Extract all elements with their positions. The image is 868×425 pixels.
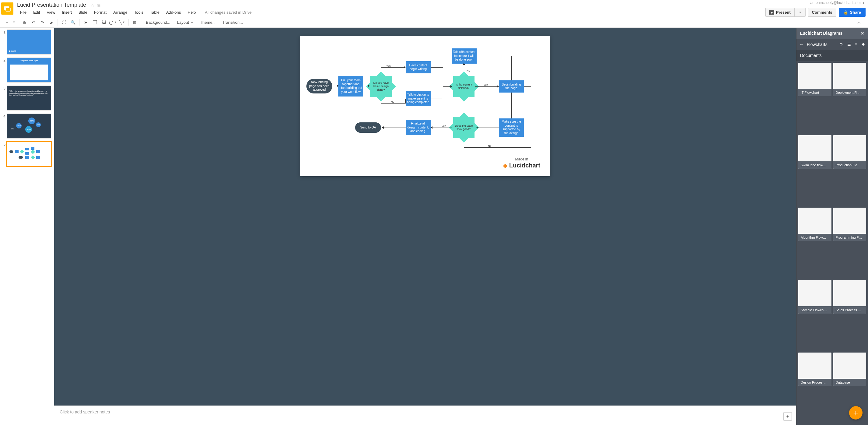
textbox-icon[interactable]: 🅃 bbox=[90, 18, 99, 27]
shape-icon[interactable]: ◯▼ bbox=[109, 18, 117, 27]
print-icon[interactable]: 🖶 bbox=[20, 18, 28, 27]
slide-number: 3 bbox=[1, 86, 5, 110]
lock-icon: 🔒 bbox=[843, 10, 848, 14]
background-button[interactable]: Background... bbox=[143, 20, 173, 25]
menu-table[interactable]: Table bbox=[147, 9, 163, 16]
svg-rect-1 bbox=[6, 8, 10, 11]
flowchart-process-node[interactable]: Pull your team together and start buildi… bbox=[338, 76, 363, 97]
close-icon[interactable]: ✕ bbox=[861, 31, 864, 36]
account-icon[interactable]: ● bbox=[862, 41, 865, 47]
back-arrow-icon[interactable]: ← bbox=[800, 42, 804, 47]
add-fab-button[interactable]: ＋ bbox=[849, 406, 863, 420]
filmstrip: 1 ◆ Lucid 2 Diagrams done right 3 "If I'… bbox=[0, 28, 54, 425]
doc-card[interactable]: Sales Process … bbox=[833, 280, 866, 314]
flowchart-process-node[interactable]: Make sure the content is supported by th… bbox=[499, 119, 524, 137]
flowchart-decision-node[interactable]: Do you have basic design done? bbox=[370, 76, 392, 97]
menu-bar: File Edit View Insert Slide Format Arran… bbox=[17, 9, 765, 16]
present-dropdown[interactable]: ▼ bbox=[794, 8, 805, 17]
doc-card[interactable]: Sample Flowch… bbox=[798, 280, 832, 314]
new-slide-button[interactable]: ＋ bbox=[2, 18, 11, 27]
redo-icon[interactable]: ↷ bbox=[38, 18, 46, 27]
slide-thumbnail-3[interactable]: "If I'm trying to recommend a solution, … bbox=[7, 86, 51, 110]
menu-arrange[interactable]: Arrange bbox=[110, 9, 130, 16]
toolbar: ＋ ▼ 🖶 ↶ ↷ 🖌 ⛶ 🔍 ➤ 🅃 🖼 ◯▼ ╲▼ ⊞ Background… bbox=[0, 17, 868, 28]
breadcrumb[interactable]: Flowcharts bbox=[807, 42, 828, 47]
edge-label-yes: Yes bbox=[385, 64, 391, 67]
menu-addons[interactable]: Add-ons bbox=[163, 9, 184, 16]
zoom-icon[interactable]: 🔍 bbox=[69, 18, 78, 27]
edge-label-yes: Yes bbox=[483, 84, 489, 87]
save-status: All changes saved in Drive bbox=[205, 10, 252, 14]
doc-title[interactable]: Lucid Presentation Template bbox=[17, 2, 86, 8]
present-button-group: ▶ Present ▼ bbox=[765, 8, 806, 17]
menu-file[interactable]: File bbox=[17, 9, 30, 16]
doc-card[interactable]: Deployment Fl… bbox=[833, 63, 866, 96]
share-button[interactable]: 🔒 Share bbox=[839, 8, 866, 17]
flowchart-start-node[interactable]: New landing page has been approved bbox=[306, 79, 332, 94]
sidepanel-section-header: Documents bbox=[797, 50, 868, 61]
slide-thumbnail-2[interactable]: Diagrams done right bbox=[7, 58, 51, 83]
undo-icon[interactable]: ↶ bbox=[29, 18, 37, 27]
lucidchart-logo-icon: ◆ bbox=[503, 162, 507, 169]
doc-card[interactable]: Programming F… bbox=[833, 208, 866, 241]
explore-button[interactable]: ✦ bbox=[783, 412, 792, 421]
doc-card[interactable]: Design Proces… bbox=[798, 353, 832, 386]
star-icon[interactable]: ☆ bbox=[91, 3, 94, 8]
comments-button[interactable]: Comments bbox=[808, 8, 836, 17]
slide-canvas[interactable]: New landing page has been approved Pull … bbox=[54, 28, 796, 405]
theme-button[interactable]: Theme... bbox=[197, 20, 219, 25]
flowchart-end-node[interactable]: Send to QA bbox=[355, 122, 381, 133]
menu-help[interactable]: Help bbox=[185, 9, 199, 16]
header: Lucid Presentation Template ☆ ▣ File Edi… bbox=[0, 0, 868, 17]
select-icon[interactable]: ➤ bbox=[81, 18, 90, 27]
slide-thumbnail-4[interactable]: 63% 45% 46% 43% 38% bbox=[7, 113, 51, 138]
flowchart-process-node[interactable]: Talk to design to make sure it is being … bbox=[406, 91, 431, 106]
list-icon[interactable]: ≡ bbox=[855, 42, 858, 46]
menu-edit[interactable]: Edit bbox=[30, 9, 43, 16]
present-button[interactable]: ▶ Present bbox=[766, 8, 794, 17]
menu-insert[interactable]: Insert bbox=[59, 9, 75, 16]
doc-card[interactable]: Database bbox=[833, 353, 866, 386]
doc-card[interactable]: Algorithm Flow… bbox=[798, 208, 832, 241]
doc-card[interactable]: IT Flowchart bbox=[798, 63, 832, 96]
slide-number: 1 bbox=[1, 30, 5, 55]
flowchart-decision-node[interactable]: Is the content finished? bbox=[453, 76, 474, 97]
edge-label-yes: Yes bbox=[441, 125, 447, 128]
doc-card[interactable]: Production Flo… bbox=[833, 135, 866, 169]
fit-icon[interactable]: ⛶ bbox=[60, 18, 68, 27]
layout-button[interactable]: Layout ▼ bbox=[174, 20, 196, 25]
sort-icon[interactable]: ☰ bbox=[847, 42, 851, 46]
lucidchart-sidepanel: Lucidchart Diagrams ✕ ← Flowcharts ⟳ ☰ ≡… bbox=[796, 28, 868, 425]
slide[interactable]: New landing page has been approved Pull … bbox=[300, 36, 550, 176]
edge-label-no: No bbox=[487, 144, 492, 148]
slide-thumbnail-5[interactable] bbox=[7, 141, 51, 166]
transition-button[interactable]: Transition... bbox=[219, 20, 246, 25]
paint-format-icon[interactable]: 🖌 bbox=[47, 18, 56, 27]
menu-slide[interactable]: Slide bbox=[75, 9, 90, 16]
flowchart-process-node[interactable]: Finalize all design, content, and coding… bbox=[406, 120, 431, 135]
line-icon[interactable]: ╲▼ bbox=[118, 18, 126, 27]
refresh-icon[interactable]: ⟳ bbox=[840, 42, 843, 46]
comment-icon[interactable]: ⊞ bbox=[130, 18, 139, 27]
menu-tools[interactable]: Tools bbox=[131, 9, 146, 16]
slide-thumbnail-1[interactable]: ◆ Lucid bbox=[7, 30, 51, 55]
present-icon: ▶ bbox=[769, 10, 774, 14]
slide-number: 5 bbox=[1, 141, 5, 166]
flowchart-process-node[interactable]: Have content begin writing bbox=[406, 61, 431, 73]
flowchart-process-node[interactable]: Talk with content to ensure it will be d… bbox=[452, 48, 477, 64]
menu-view[interactable]: View bbox=[43, 9, 58, 16]
image-icon[interactable]: 🖼 bbox=[100, 18, 108, 27]
folder-icon[interactable]: ▣ bbox=[97, 3, 100, 8]
flowchart-process-node[interactable]: Begin building the page bbox=[499, 80, 524, 93]
speaker-notes[interactable]: Click to add speaker notes ✦ bbox=[54, 405, 796, 425]
slide-number: 4 bbox=[1, 113, 5, 138]
menu-format[interactable]: Format bbox=[91, 9, 110, 16]
user-email[interactable]: laurenmcneely@lucidchart.com ▼ bbox=[809, 1, 865, 5]
doc-card[interactable]: Swim lane flow… bbox=[798, 135, 832, 169]
new-slide-dropdown[interactable]: ▼ bbox=[11, 18, 16, 27]
slides-logo[interactable] bbox=[1, 2, 13, 14]
sidepanel-title: Lucidchart Diagrams bbox=[800, 31, 842, 36]
flowchart-decision-node[interactable]: Does the page look good? bbox=[453, 117, 474, 138]
slide-number: 2 bbox=[1, 58, 5, 83]
collapse-toolbar-icon[interactable]: ︿ bbox=[855, 18, 863, 27]
